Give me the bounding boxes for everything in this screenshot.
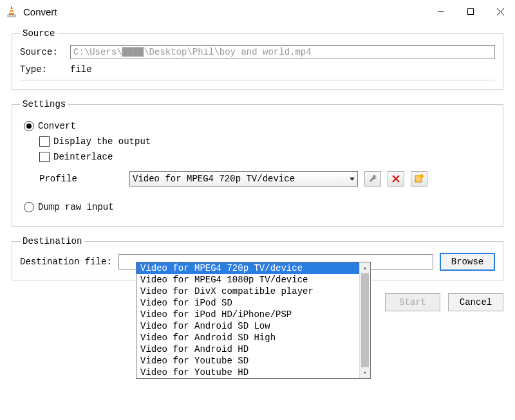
convert-radio[interactable] <box>24 121 34 131</box>
profile-option[interactable]: Video for MPEG4 720p TV/device <box>136 262 359 274</box>
profile-option[interactable]: Video for DivX compatible player <box>136 286 359 297</box>
browse-button[interactable]: Browse <box>440 253 495 271</box>
profile-option[interactable]: Video for Android SD High <box>136 332 359 343</box>
cancel-button[interactable]: Cancel <box>448 293 503 311</box>
profile-dropdown-list: Video for MPEG4 720p TV/device Video for… <box>136 262 359 378</box>
svg-point-11 <box>420 174 424 178</box>
new-profile-icon <box>415 174 424 183</box>
dump-radio-label: Dump raw input <box>38 202 114 212</box>
close-button[interactable] <box>485 0 515 23</box>
settings-group: Settings Convert Display the output Dein… <box>12 99 503 227</box>
deinterlace-label: Deinterlace <box>53 152 113 162</box>
window-title: Convert <box>23 6 57 17</box>
convert-radio-label: Convert <box>38 121 76 131</box>
maximize-button[interactable] <box>456 0 485 23</box>
destination-legend: Destination <box>20 236 84 246</box>
window-controls <box>426 0 515 23</box>
svg-marker-0 <box>9 6 14 15</box>
profile-option[interactable]: Video for Youtube HD <box>136 367 359 378</box>
chevron-down-icon <box>350 178 355 181</box>
deinterlace-row[interactable]: Deinterlace <box>39 152 495 162</box>
display-output-label: Display the output <box>53 136 151 147</box>
dropdown-scrollbar[interactable]: ▴ ▾ <box>359 262 370 378</box>
scroll-down-icon[interactable]: ▾ <box>360 367 370 378</box>
delete-profile-button[interactable] <box>388 171 404 187</box>
profile-option[interactable]: Video for Android HD <box>136 343 359 355</box>
svg-rect-5 <box>468 9 474 15</box>
wrench-icon <box>368 174 377 183</box>
profile-option[interactable]: Video for MPEG4 1080p TV/device <box>136 274 359 286</box>
titlebar: Convert <box>0 0 515 23</box>
svg-rect-1 <box>8 15 15 17</box>
new-profile-button[interactable] <box>411 171 427 187</box>
minimize-button[interactable] <box>426 0 456 23</box>
separator <box>20 80 495 80</box>
profile-option[interactable]: Video for Android SD Low <box>136 320 359 332</box>
profile-option[interactable]: Video for iPod SD <box>136 297 359 309</box>
deinterlace-checkbox[interactable] <box>39 152 50 162</box>
source-input[interactable]: C:\Users\████\Desktop\Phil\boy and world… <box>70 45 495 59</box>
destination-file-label: Destination file: <box>20 257 112 267</box>
profile-option[interactable]: Video for Youtube SD <box>136 355 359 367</box>
profile-option[interactable]: Video for iPod HD/iPhone/PSP <box>136 309 359 320</box>
convert-radio-row[interactable]: Convert <box>24 121 495 131</box>
display-output-row[interactable]: Display the output <box>39 136 495 147</box>
scroll-up-icon[interactable]: ▴ <box>360 262 370 273</box>
type-value: file <box>70 64 92 75</box>
source-label: Source: <box>20 47 65 57</box>
svg-rect-3 <box>10 12 14 13</box>
dump-radio-row[interactable]: Dump raw input <box>24 202 495 212</box>
profile-label: Profile <box>39 174 123 184</box>
display-output-checkbox[interactable] <box>39 136 50 147</box>
edit-profile-button[interactable] <box>364 171 381 187</box>
settings-legend: Settings <box>20 99 68 109</box>
x-icon <box>392 175 400 183</box>
source-legend: Source <box>20 28 57 39</box>
start-button[interactable]: Start <box>385 293 440 311</box>
vlc-icon <box>5 5 18 18</box>
profile-selected-text: Video for MPEG4 720p TV/device <box>133 174 295 184</box>
svg-rect-2 <box>10 9 13 10</box>
profile-combobox[interactable]: Video for MPEG4 720p TV/device <box>129 171 358 187</box>
dump-radio[interactable] <box>24 202 34 212</box>
type-label: Type: <box>20 64 65 75</box>
scroll-thumb[interactable] <box>361 273 369 367</box>
profile-dropdown[interactable]: Video for MPEG4 720p TV/device Video for… <box>136 262 371 379</box>
source-group: Source Source: C:\Users\████\Desktop\Phi… <box>12 28 503 90</box>
